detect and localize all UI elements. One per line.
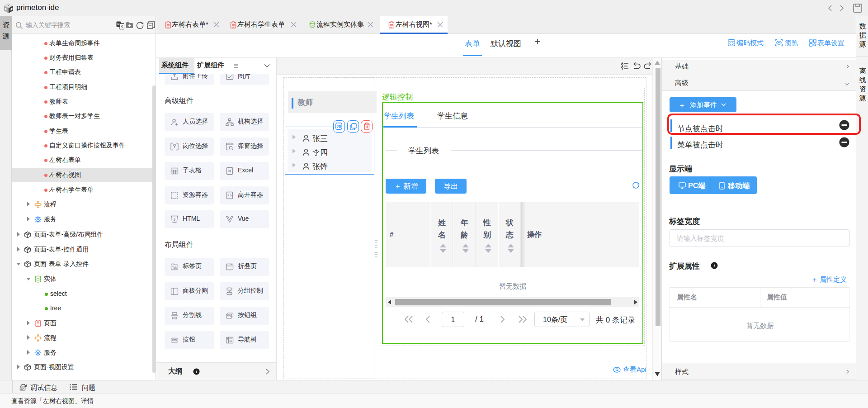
svg-text:BTN: BTN: [227, 315, 231, 318]
svg-text:BTN: BTN: [172, 339, 177, 342]
svg-text:5: 5: [174, 218, 175, 221]
svg-text:i: i: [196, 369, 197, 374]
svg-text:JS: JS: [337, 124, 341, 128]
svg-text:Tab: Tab: [172, 266, 177, 269]
svg-text:i: i: [714, 263, 715, 268]
